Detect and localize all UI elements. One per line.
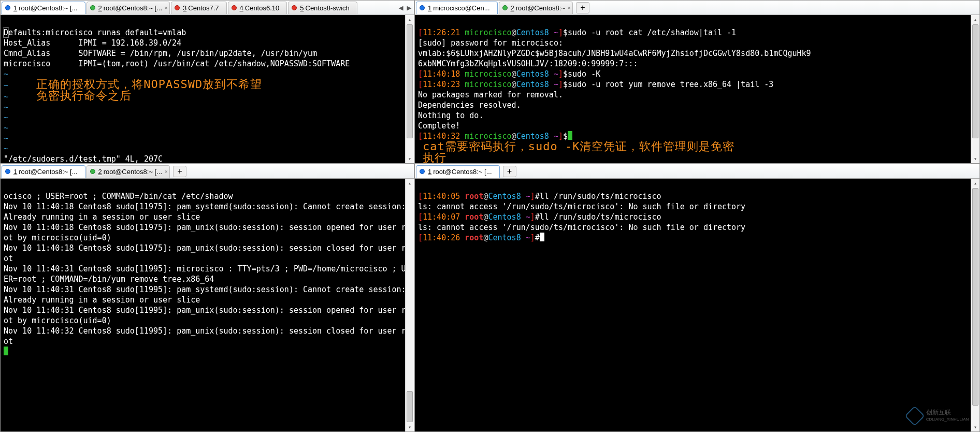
tabbar-tl: 1 root@Centos8:~ [... 2 root@Centos8:~ [… (1, 1, 414, 15)
terminal-bl[interactable]: ocisco ; USER=root ; COMMAND=/bin/cat /e… (1, 179, 414, 431)
tab-tl-4[interactable]: 4 Centos6.10 (228, 2, 287, 14)
log-line: Nov 10 11:40:18 Centos8 sudo[11975]: pam… (4, 223, 411, 242)
status-dot-icon (232, 5, 237, 10)
prompt-host: Centos8 (516, 69, 549, 79)
scroll-thumb[interactable] (972, 24, 978, 138)
scroll-thumb[interactable] (407, 24, 413, 138)
command-text: sudo -u root cat /etc/shadow|tail -1 (568, 28, 736, 37)
prompt-dir: ~ (526, 233, 530, 242)
vim-tilde: ~ (4, 103, 8, 112)
scroll-down-icon[interactable]: ▾ (971, 423, 979, 431)
tab-next-icon[interactable]: ▶ (406, 3, 413, 12)
tab-label: Centos6.10 (245, 4, 280, 12)
tab-tr-2[interactable]: 2 root@Centos8:~ × (499, 2, 573, 14)
tab-label: root@Centos8:~ (516, 4, 565, 12)
scrollbar[interactable]: ▴ ▾ (405, 179, 414, 431)
tab-label: root@Centos8:~ [... (104, 168, 162, 176)
tab-index: 1 (428, 168, 431, 176)
scroll-thumb[interactable] (972, 188, 978, 406)
tab-tr-1[interactable]: 1 microcisco@Cen... (416, 2, 498, 14)
terminal-br[interactable]: [11:40:05 root@Centos8 ~]#ll /run/sudo/t… (415, 179, 979, 431)
prompt-host: Centos8 (516, 80, 549, 89)
tab-index: 4 (240, 4, 243, 12)
vim-first-char: D (4, 28, 8, 37)
scroll-up-icon[interactable]: ▴ (971, 179, 979, 188)
output-line: Dependencies resolved. (418, 100, 521, 110)
close-icon[interactable]: × (165, 5, 168, 11)
scrollbar[interactable]: ▴ ▾ (405, 15, 414, 163)
prompt-user: root (465, 212, 483, 222)
prompt-time: 11:40:23 (423, 80, 460, 89)
status-dot-icon (90, 5, 95, 10)
tab-label: root@Centos8:~ [... (104, 4, 162, 12)
tab-label: root@Centos8:~ [... (19, 4, 77, 12)
close-icon[interactable]: × (568, 5, 571, 11)
prompt-time: 11:40:05 (423, 192, 460, 201)
tab-index: 2 (511, 4, 514, 12)
output-line: ls: cannot access '/run/sudo/ts/microcis… (418, 223, 745, 232)
output-line: Nothing to do. (418, 111, 483, 120)
status-dot-icon (175, 5, 180, 10)
tab-nav-arrows: ◀ ▶ (397, 3, 413, 12)
tab-tl-5[interactable]: 5 Centos8-swich (288, 2, 357, 14)
tab-index: 1 (13, 4, 17, 12)
vim-tilde: ~ (4, 123, 8, 133)
prompt-host: Centos8 (488, 192, 521, 201)
scroll-down-icon[interactable]: ▾ (971, 154, 979, 163)
terminal-tl[interactable]: Defaults:microcisco runas_default=vmlab … (1, 15, 414, 163)
scroll-up-icon[interactable]: ▴ (971, 15, 979, 24)
cursor-icon (4, 347, 8, 355)
tab-tl-2[interactable]: 2 root@Centos8:~ [... × (87, 2, 170, 14)
status-dot-icon (5, 5, 10, 10)
tab-index: 3 (183, 4, 186, 12)
prompt-dir: ~ (526, 212, 530, 222)
vim-tilde: ~ (4, 134, 8, 143)
vim-line: Cmnd_Alias SOFTWARE = /bin/rpm, /usr/bin… (4, 49, 317, 58)
log-line: ocisco ; USER=root ; COMMAND=/bin/cat /e… (4, 192, 233, 201)
vim-tilde: ~ (4, 81, 8, 90)
pane-top-left: 1 root@Centos8:~ [... 2 root@Centos8:~ [… (0, 0, 414, 164)
tab-tl-1[interactable]: 1 root@Centos8:~ [... (2, 2, 85, 14)
scrollbar[interactable]: ▴ ▾ (971, 179, 979, 431)
prompt-time: 11:26:21 (423, 28, 460, 37)
tab-index: 1 (13, 168, 17, 176)
command-text: sudo -K (568, 69, 600, 79)
command-text: ll /run/sudo/ts/microcisco (540, 192, 661, 201)
output-line: [sudo] password for microcisco: (418, 38, 563, 48)
tab-bl-2[interactable]: 2 root@Centos8:~ [... × (87, 165, 170, 178)
pane-bottom-right: 1 root@Centos8:~ [... + [11:40:05 root@C… (414, 164, 980, 432)
scroll-down-icon[interactable]: ▾ (406, 423, 414, 431)
scrollbar[interactable]: ▴ ▾ (971, 15, 979, 163)
annotation-text: cat需要密码执行，sudo -K清空凭证，软件管理则是免密 (423, 140, 734, 153)
prompt-time: 11:40:26 (423, 233, 460, 242)
annotation-text: 免密执行命令之后 (36, 89, 132, 102)
new-tab-button[interactable]: + (173, 166, 186, 177)
close-icon[interactable]: × (165, 168, 168, 175)
log-line: Nov 10 11:40:18 Centos8 sudo[11975]: pam… (4, 202, 411, 222)
vim-tilde: ~ (4, 113, 8, 122)
tab-bl-1[interactable]: 1 root@Centos8:~ [... (2, 165, 85, 178)
new-tab-button[interactable]: + (503, 166, 516, 177)
prompt-user: root (465, 233, 483, 242)
status-dot-icon (90, 169, 95, 174)
tab-label: root@Centos8:~ [... (19, 168, 77, 176)
prompt-dir: ~ (554, 28, 558, 37)
log-line: Nov 10 11:40:31 Centos8 sudo[11995]: pam… (4, 306, 411, 325)
prompt-host: Centos8 (488, 233, 521, 242)
tab-index: 5 (300, 4, 304, 12)
vim-line: Host_Alias IPMI = 192.168.39.0/24 (4, 38, 181, 48)
scroll-down-icon[interactable]: ▾ (406, 154, 414, 163)
scroll-up-icon[interactable]: ▴ (406, 15, 414, 24)
tab-prev-icon[interactable]: ◀ (397, 3, 405, 12)
scroll-thumb[interactable] (407, 391, 413, 422)
status-dot-icon (292, 5, 297, 10)
tab-tl-3[interactable]: 3 Centos7.7 (171, 2, 227, 14)
scroll-up-icon[interactable]: ▴ (406, 179, 414, 188)
terminal-tr[interactable]: [11:26:21 microcisco@Centos8 ~]$sudo -u … (415, 15, 979, 163)
prompt-user: microcisco (465, 80, 511, 89)
new-tab-button[interactable]: + (576, 2, 589, 13)
tab-br-1[interactable]: 1 root@Centos8:~ [... (416, 165, 500, 178)
tab-label: Centos8-swich (306, 4, 350, 12)
prompt-time: 11:40:18 (423, 69, 460, 79)
prompt-time: 11:40:07 (423, 212, 460, 222)
